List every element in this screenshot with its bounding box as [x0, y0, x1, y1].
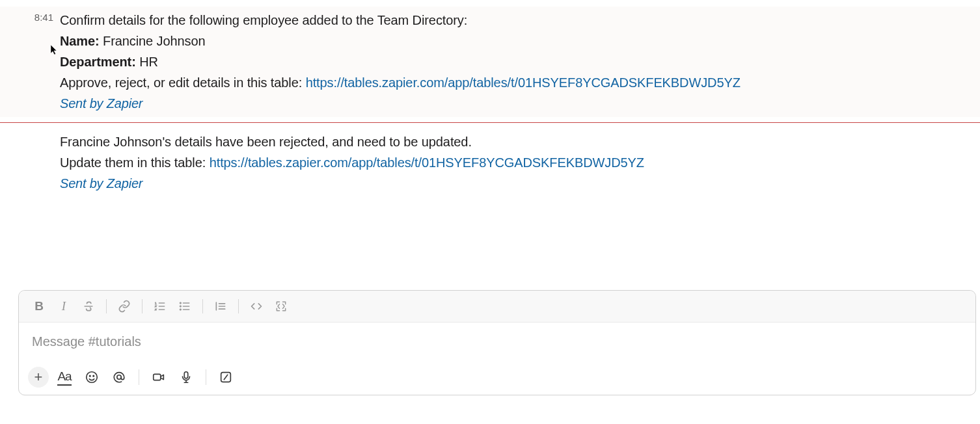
message-divider [0, 122, 980, 123]
toolbar-separator [106, 299, 107, 313]
emoji-button[interactable] [80, 366, 103, 388]
italic-button[interactable]: I [53, 296, 75, 317]
svg-point-3 [87, 372, 98, 383]
table-link[interactable]: https://tables.zapier.com/app/tables/t/0… [210, 155, 644, 170]
action-prefix: Approve, reject, or edit details in this… [60, 75, 306, 90]
svg-point-2 [180, 309, 182, 311]
toolbar-separator [142, 299, 143, 313]
strikethrough-button[interactable] [77, 296, 100, 317]
toolbar-separator [202, 299, 203, 313]
toolbar-separator [238, 299, 239, 313]
rejection-line: Francine Johnson's details have been rej… [60, 132, 967, 152]
message-2: Francine Johnson's details have been rej… [0, 128, 980, 197]
sent-by-label: Sent by Zapier [60, 174, 967, 193]
update-line: Update them in this table: https://table… [60, 153, 967, 172]
svg-rect-7 [154, 374, 161, 380]
link-button[interactable] [113, 296, 135, 317]
action-line: Approve, reject, or edit details in this… [60, 73, 967, 92]
employee-name-line: Name: Francine Johnson [60, 31, 967, 51]
message-placeholder: Message #tutorials [32, 334, 141, 349]
dept-value: HR [136, 55, 158, 69]
code-block-button[interactable] [270, 296, 292, 317]
message-1: 8:41 Confirm details for the following e… [0, 7, 980, 117]
attach-button[interactable]: + [28, 367, 49, 388]
composer-actions: + Aa [19, 361, 975, 395]
message-input[interactable]: Message #tutorials [19, 323, 975, 361]
audio-button[interactable] [174, 366, 198, 388]
update-prefix: Update them in this table: [60, 155, 210, 170]
dept-label: Department: [60, 55, 136, 69]
employee-dept-line: Department: HR [60, 52, 967, 72]
bullet-list-button[interactable] [174, 296, 196, 317]
code-button[interactable] [245, 296, 267, 317]
video-button[interactable] [147, 366, 170, 388]
name-value: Francine Johnson [100, 34, 206, 48]
shortcuts-button[interactable] [214, 366, 238, 388]
svg-point-5 [93, 375, 94, 376]
svg-point-0 [180, 302, 182, 304]
svg-rect-8 [184, 372, 188, 378]
formatting-toggle-button[interactable]: Aa [53, 366, 76, 388]
svg-point-4 [90, 375, 90, 376]
svg-point-6 [117, 375, 121, 379]
message-timestamp: 8:41 [13, 9, 60, 114]
table-link[interactable]: https://tables.zapier.com/app/tables/t/0… [306, 75, 741, 90]
mention-button[interactable] [107, 366, 131, 388]
actions-separator [139, 369, 139, 385]
formatting-toolbar: B I [19, 291, 975, 323]
sent-by-label: Sent by Zapier [60, 94, 967, 113]
svg-point-1 [180, 306, 182, 308]
name-label: Name: [60, 34, 100, 48]
actions-separator [206, 369, 206, 385]
bold-button[interactable]: B [28, 296, 50, 317]
message-intro: Confirm details for the following employ… [60, 10, 967, 30]
ordered-list-button[interactable] [149, 296, 171, 317]
blockquote-button[interactable] [210, 296, 232, 317]
message-timestamp-empty [13, 131, 60, 194]
message-composer: B I Message #tutorials + Aa [18, 290, 976, 395]
